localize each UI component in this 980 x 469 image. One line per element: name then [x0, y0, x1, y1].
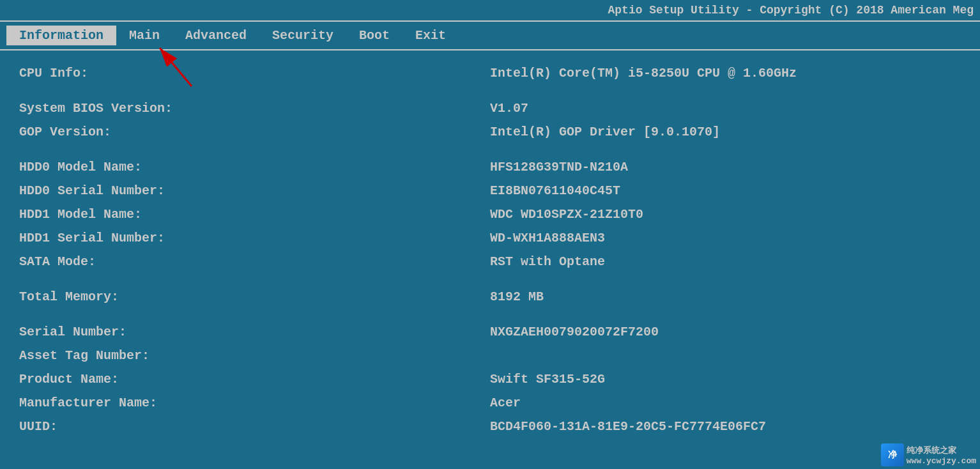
- watermark-line2: www.ycwjzy.com: [907, 456, 976, 466]
- info-value-3: Intel(R) GOP Driver [9.0.1070]: [490, 122, 961, 142]
- menu-item-security[interactable]: Security: [259, 26, 346, 45]
- info-label-7: HDD1 Model Name:: [19, 204, 490, 224]
- title-bar: Aptio Setup Utility - Copyright (C) 2018…: [0, 0, 980, 20]
- spacer-row-10: [19, 275, 961, 283]
- info-label-6: HDD0 Serial Number:: [19, 181, 490, 201]
- info-label-0: CPU Info:: [19, 63, 490, 83]
- watermark: 净 纯净系统之家 www.ycwjzy.com: [877, 441, 980, 469]
- watermark-line1: 纯净系统之家: [907, 445, 976, 456]
- info-value-13: NXGZAEH0079020072F7200: [490, 322, 961, 342]
- info-value-16: Acer: [490, 393, 961, 413]
- title-text: Aptio Setup Utility - Copyright (C) 2018…: [608, 4, 974, 17]
- watermark-text: 纯净系统之家 www.ycwjzy.com: [907, 445, 976, 466]
- info-value-9: RST with Optane: [490, 252, 961, 272]
- info-value-5: HFS128G39TND-N210A: [490, 157, 961, 177]
- content-area: CPU Info:Intel(R) Core(TM) i5-8250U CPU …: [0, 50, 980, 449]
- menu-item-boot[interactable]: Boot: [346, 26, 402, 45]
- info-value-8: WD-WXH1A888AEN3: [490, 228, 961, 248]
- info-label-17: UUID:: [19, 417, 490, 436]
- info-label-3: GOP Version:: [19, 122, 490, 142]
- menu-item-exit[interactable]: Exit: [402, 26, 459, 45]
- watermark-icon: 净: [881, 443, 904, 466]
- info-label-16: Manufacturer Name:: [19, 393, 490, 413]
- info-value-2: V1.07: [490, 98, 961, 118]
- info-value-15: Swift SF315-52G: [490, 369, 961, 389]
- info-label-13: Serial Number:: [19, 322, 490, 342]
- info-value-7: WDC WD10SPZX-21Z10T0: [490, 204, 961, 224]
- info-value-14: [490, 346, 961, 365]
- info-label-15: Product Name:: [19, 369, 490, 389]
- info-value-11: 8192 MB: [490, 287, 961, 307]
- menu-item-main[interactable]: Main: [116, 26, 172, 45]
- watermark-icon-text: 净: [888, 449, 897, 461]
- info-label-5: HDD0 Model Name:: [19, 157, 490, 177]
- info-label-11: Total Memory:: [19, 287, 490, 307]
- info-value-6: EI8BN07611040C45T: [490, 181, 961, 201]
- spacer-row-1: [19, 87, 961, 95]
- info-value-17: BCD4F060-131A-81E9-20C5-FC7774E06FC7: [490, 417, 961, 436]
- menu-item-information[interactable]: Information: [6, 26, 116, 45]
- spacer-row-4: [19, 146, 961, 153]
- menu-bar[interactable]: InformationMainAdvancedSecurityBootExit: [0, 20, 980, 50]
- info-label-9: SATA Mode:: [19, 252, 490, 272]
- menu-item-advanced[interactable]: Advanced: [172, 26, 259, 45]
- spacer-row-12: [19, 311, 961, 318]
- info-label-14: Asset Tag Number:: [19, 346, 490, 365]
- bios-screen: Aptio Setup Utility - Copyright (C) 2018…: [0, 0, 980, 469]
- info-value-0: Intel(R) Core(TM) i5-8250U CPU @ 1.60GHz: [490, 63, 961, 83]
- info-label-8: HDD1 Serial Number:: [19, 228, 490, 248]
- info-label-2: System BIOS Version:: [19, 98, 490, 118]
